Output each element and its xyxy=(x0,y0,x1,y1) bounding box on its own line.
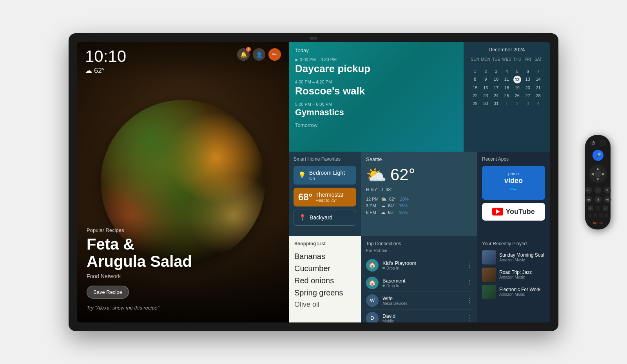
playroom-more-icon[interactable]: ⋮ xyxy=(466,261,473,269)
top-icons: 🔔 1 👤 fire xyxy=(237,48,281,61)
light-status: On xyxy=(309,176,345,181)
nav-row: ↩ ⌂ ≡ xyxy=(585,187,611,194)
mute-button[interactable] xyxy=(596,206,600,210)
playroom-avatar: 🏠 xyxy=(366,259,379,272)
weather-temp: 62° xyxy=(390,165,415,184)
power-button[interactable]: ⏻ xyxy=(590,139,596,146)
forecast-12pm: 12 PM ⛅ 62° 20% xyxy=(366,196,473,202)
remote-top-row: ⏻ xyxy=(590,139,606,146)
smart-home-title: Smart Home Favorites xyxy=(294,156,356,162)
fast-forward-button[interactable]: ⏭ xyxy=(604,196,611,203)
shopping-list-title: Shopping List xyxy=(294,241,356,246)
music-item-electronic[interactable]: Electronic For Work Amazon Music xyxy=(482,285,545,299)
cal-week-2: 1 2 3 4 5 6 7 xyxy=(470,68,544,75)
youtube-button[interactable]: YouTube xyxy=(482,203,545,221)
extra-btn-3[interactable] xyxy=(599,213,603,217)
dpad: ▲ ▼ ◀ ▶ xyxy=(589,165,607,183)
alexa-mic-button[interactable]: 🎤 xyxy=(593,150,603,161)
cal-week-3: 8 9 10 11 12 13 14 xyxy=(470,76,544,83)
extra-btn-4[interactable] xyxy=(604,213,608,217)
thermostat-info: Thermostat Heat to 72° xyxy=(315,192,343,203)
event-roscoe-title: Roscoe's walk xyxy=(295,85,457,97)
light-icon: 💡 xyxy=(298,171,306,179)
today-label: Today xyxy=(295,47,457,53)
prime-label: prime xyxy=(504,171,523,176)
connection-david[interactable]: D David Mobile ⋮ xyxy=(366,310,473,322)
alexa-prompt: Try "Alexa, show me this recipe" xyxy=(87,305,279,311)
connections-subtitle: For Robbie xyxy=(366,248,473,253)
event-gymnastics-title: Gymnastics xyxy=(295,107,457,118)
weather-forecast: 12 PM ⛅ 62° 20% 3 PM ☁ 64° 15% 6 PM xyxy=(366,196,473,215)
home-button[interactable]: ⌂ xyxy=(594,187,602,194)
video-label: video xyxy=(504,177,523,185)
firetv-icon[interactable]: fire xyxy=(268,48,281,61)
left-panel: 10:10 ☁ 62° 🔔 1 👤 fire Popular Recipe xyxy=(77,42,289,322)
dpad-left[interactable]: ◀ xyxy=(591,172,594,176)
dpad-up[interactable]: ▲ xyxy=(596,166,600,170)
cal-fri: FRI xyxy=(522,57,533,62)
clock-display: 10:10 xyxy=(85,48,126,65)
cal-wed: WED xyxy=(502,57,512,62)
connections-widget: Top Connections For Robbie 🏠 Kid's Playr… xyxy=(361,236,477,322)
backyard-name: Backyard xyxy=(310,214,332,221)
basement-more-icon[interactable]: ⋮ xyxy=(466,279,473,286)
right-panel: Today 3:00 PM – 3:30 PM Daycare pickup 4… xyxy=(289,42,550,322)
wife-avatar: W xyxy=(366,294,379,307)
wife-info: Wife Alexa Devices xyxy=(382,295,466,306)
dpad-center-button[interactable] xyxy=(594,170,602,177)
thermostat-device[interactable]: 68° Thermostat Heat to 72° xyxy=(294,188,356,206)
music-item-sunday[interactable]: Sunday Morning Soul Amazon Music xyxy=(482,250,545,264)
volume-up-button[interactable]: + xyxy=(588,205,593,211)
weather-widget: Seattle ⛅ 62° H 65° · L 48° 12 PM ⛅ 62° … xyxy=(361,152,477,236)
notification-icon[interactable]: 🔔 1 xyxy=(237,48,250,61)
today-widget: Today 3:00 PM – 3:30 PM Daycare pickup 4… xyxy=(289,42,464,152)
rewind-button[interactable]: ⏮ xyxy=(585,196,592,203)
extra-btn-1[interactable] xyxy=(588,213,592,217)
back-button[interactable]: ↩ xyxy=(585,187,592,194)
menu-button[interactable] xyxy=(600,139,606,146)
electronic-source: Amazon Music xyxy=(499,292,545,297)
tv-frame: 10:10 ☁ 62° 🔔 1 👤 fire Popular Recipe xyxy=(69,33,558,331)
thermostat-row: 68° Thermostat Heat to 72° xyxy=(298,192,352,203)
sunday-source: Amazon Music xyxy=(499,258,545,262)
event-daycare-title: Daycare pickup xyxy=(295,63,457,75)
dpad-right[interactable]: ▶ xyxy=(602,172,605,176)
shopping-list-widget: Shopping List Bananas Cucumber Red onion… xyxy=(289,236,361,322)
save-recipe-button[interactable]: Save Recipe xyxy=(87,286,129,299)
firetv-remote-logo: fire tv xyxy=(593,221,603,225)
connection-basement[interactable]: 🏠 Basement Drop In ⋮ xyxy=(366,274,473,292)
middle-section: Smart Home Favorites 💡 Bedroom Light On xyxy=(289,152,550,236)
play-pause-button[interactable]: ⏸ xyxy=(594,196,602,203)
weather-main: ⛅ 62° xyxy=(366,165,473,185)
connection-kids-playroom[interactable]: 🏠 Kid's Playroom Drop In ⋮ xyxy=(366,257,473,274)
music-item-road-trip[interactable]: Road Trip: Jazz Amazon Music xyxy=(482,268,545,282)
david-more-icon[interactable]: ⋮ xyxy=(466,314,473,322)
dpad-down[interactable]: ▼ xyxy=(596,177,600,181)
weather-display: ☁ 62° xyxy=(85,66,126,75)
bedroom-light-device[interactable]: 💡 Bedroom Light On xyxy=(294,166,356,185)
calendar-header: SUN MON TUE WED THU FRI SAT xyxy=(470,57,544,62)
wife-more-icon[interactable]: ⋮ xyxy=(466,297,473,304)
security-icon: 📍 xyxy=(299,214,306,221)
cal-sun: SUN xyxy=(470,57,480,62)
calendar-title: December 2024 xyxy=(469,47,544,53)
forecast-icon-12pm: ⛅ xyxy=(381,196,387,202)
prime-smile: 〜 xyxy=(504,185,523,194)
volume-down-button[interactable]: − xyxy=(603,205,608,211)
playroom-info: Kid's Playroom Drop In xyxy=(382,260,466,270)
small-buttons-row xyxy=(588,213,608,217)
volume-row: + − xyxy=(588,205,608,211)
connection-wife[interactable]: W Wife Alexa Devices ⋮ xyxy=(366,292,473,310)
david-name: David xyxy=(382,313,466,319)
basement-info: Basement Drop In xyxy=(382,278,466,288)
event-daycare-time: 3:00 PM – 3:30 PM xyxy=(295,57,457,62)
extra-btn-2[interactable] xyxy=(593,213,597,217)
prime-video-button[interactable]: prime video 〜 xyxy=(482,166,545,200)
profile-icon[interactable]: 👤 xyxy=(253,48,265,61)
shopping-item-cucumber: Cucumber xyxy=(294,263,356,275)
light-header: 💡 Bedroom Light On xyxy=(298,170,352,181)
shopping-item-olive-oil: Olive oil xyxy=(294,299,356,310)
road-trip-title: Road Trip: Jazz xyxy=(499,270,545,275)
backyard-device[interactable]: 📍 Backyard xyxy=(294,210,356,226)
hamburger-button[interactable]: ≡ xyxy=(604,187,611,194)
